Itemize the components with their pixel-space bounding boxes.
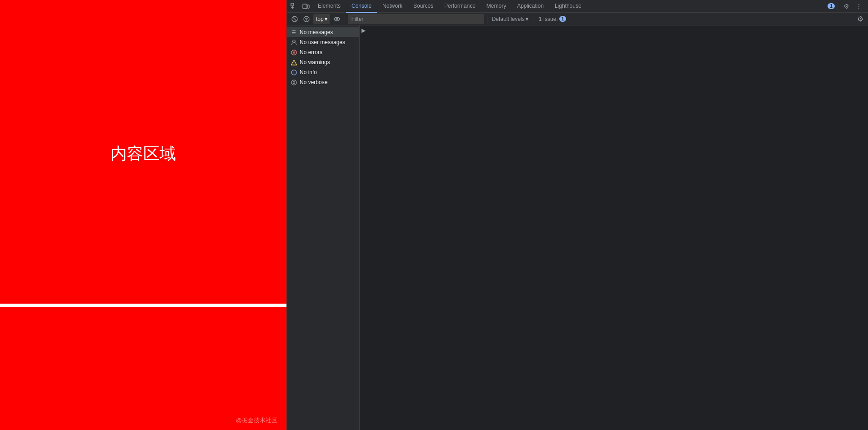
page-red-bottom (0, 307, 286, 430)
warning-icon (291, 59, 297, 65)
sidebar-item-verbose[interactable]: No verbose (287, 77, 359, 87)
verbose-icon (291, 79, 297, 85)
console-settings-icon[interactable]: ⚙ (855, 14, 865, 24)
info-icon (291, 69, 297, 75)
svg-point-19 (293, 64, 294, 64)
devtools-tabs: Elements Console Network Sources Perform… (312, 0, 827, 13)
sidebar-user-label: No user messages (300, 39, 345, 45)
devtools-panel: Elements Console Network Sources Perform… (286, 0, 868, 430)
svg-rect-4 (307, 5, 309, 8)
filter-input[interactable] (348, 14, 484, 24)
sidebar-errors-label: No errors (300, 49, 322, 55)
toolbar-divider-4 (533, 15, 533, 23)
sidebar-messages-label: No messages (300, 29, 333, 35)
sidebar-item-info[interactable]: No info (287, 67, 359, 77)
console-main-area: ▶ (360, 25, 868, 430)
issues-badge[interactable]: 1 (828, 3, 835, 9)
default-levels-label: Default levels (492, 16, 525, 22)
svg-point-23 (291, 80, 296, 85)
inspect-element-icon[interactable] (289, 1, 300, 12)
tab-console[interactable]: Console (346, 0, 377, 13)
tab-network[interactable]: Network (377, 0, 408, 13)
tab-memory[interactable]: Memory (481, 0, 512, 13)
console-sidebar: ☰ No messages No user messages (287, 25, 360, 430)
tab-performance[interactable]: Performance (439, 0, 481, 13)
sidebar-warnings-label: No warnings (300, 59, 330, 65)
issue-number-badge: 1 (559, 16, 567, 22)
error-icon (291, 49, 297, 55)
filter-toggle-icon[interactable] (301, 14, 311, 24)
user-messages-icon (291, 39, 297, 45)
clear-console-button[interactable] (290, 14, 300, 24)
tab-application[interactable]: Application (512, 0, 549, 13)
svg-point-22 (293, 70, 294, 71)
toolbar-divider-3 (487, 15, 487, 23)
console-expand-arrow[interactable]: ▶ (361, 27, 366, 34)
svg-point-13 (292, 40, 295, 43)
page-content-text: 内容区域 (110, 143, 176, 165)
console-content: ☰ No messages No user messages (287, 25, 868, 430)
sidebar-item-user-messages[interactable]: No user messages (287, 37, 359, 47)
dropdown-arrow-icon: ▾ (325, 16, 327, 22)
tab-lighthouse[interactable]: Lighthouse (549, 0, 587, 13)
settings-icon[interactable]: ⚙ (841, 1, 852, 12)
device-toggle-icon[interactable] (301, 1, 311, 12)
messages-icon: ☰ (291, 29, 297, 35)
page-attribution: @掘金技术社区 (236, 416, 277, 425)
default-levels-button[interactable]: Default levels ▾ (490, 14, 530, 24)
eye-icon[interactable] (332, 14, 342, 24)
more-options-icon[interactable]: ⋮ (853, 1, 864, 12)
svg-line-6 (293, 17, 296, 21)
sidebar-info-label: No info (300, 69, 317, 75)
svg-rect-3 (303, 4, 307, 9)
sidebar-item-errors[interactable]: No errors (287, 47, 359, 57)
sidebar-verbose-label: No verbose (300, 79, 327, 85)
issue-count-badge[interactable]: 1 Issue: 1 (536, 16, 569, 22)
context-selector[interactable]: top ▾ (313, 14, 330, 24)
svg-point-12 (336, 18, 338, 20)
svg-point-11 (334, 17, 340, 21)
devtools-top-toolbar: Elements Console Network Sources Perform… (287, 0, 868, 13)
toolbar-divider (838, 3, 838, 10)
context-label: top (316, 16, 324, 22)
tab-elements[interactable]: Elements (312, 0, 346, 13)
toolbar-divider-2 (345, 15, 345, 23)
tab-sources[interactable]: Sources (408, 0, 439, 13)
svg-point-24 (293, 81, 295, 83)
sidebar-item-warnings[interactable]: No warnings (287, 57, 359, 67)
devtools-right-icons: 1 ⚙ ⋮ (828, 1, 866, 12)
sidebar-item-messages[interactable]: ☰ No messages (287, 27, 359, 37)
levels-dropdown-arrow: ▾ (526, 16, 528, 22)
issue-label: 1 Issue: (539, 16, 558, 22)
svg-rect-0 (291, 3, 294, 6)
console-toolbar: top ▾ Default levels ▾ 1 Issue: 1 ⚙ (287, 13, 868, 25)
